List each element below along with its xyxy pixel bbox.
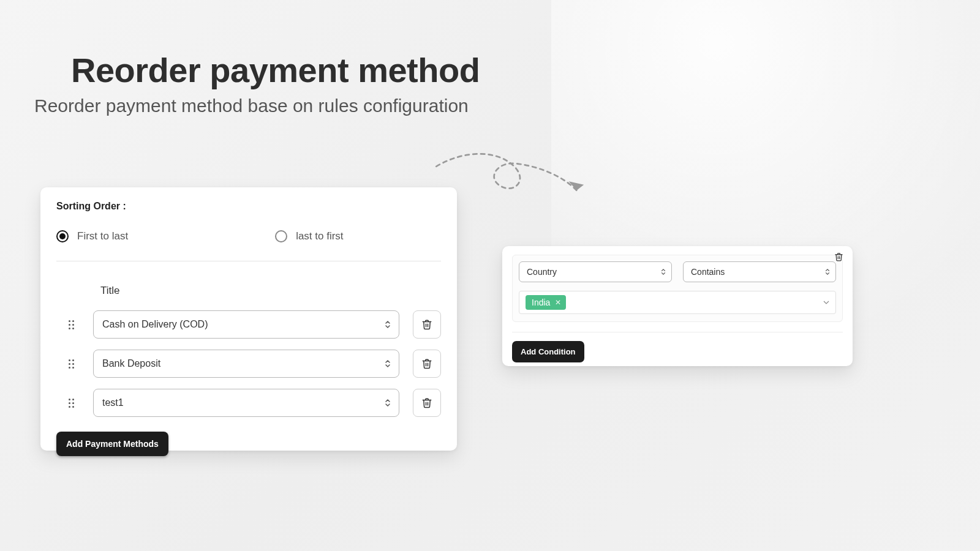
- condition-operator-select[interactable]: Contains: [683, 261, 836, 282]
- add-payment-methods-button[interactable]: Add Payment Methods: [56, 432, 168, 456]
- radio-icon: [56, 230, 69, 242]
- delete-method-button[interactable]: [413, 350, 441, 378]
- page-subtitle: Reorder payment method base on rules con…: [34, 96, 469, 116]
- divider: [512, 332, 843, 332]
- condition-field-select[interactable]: Country: [519, 261, 672, 282]
- radio-last-to-first[interactable]: last to first: [275, 230, 343, 242]
- sort-radio-group: First to last last to first: [56, 230, 441, 261]
- sorting-order-label: Sorting Order :: [56, 201, 441, 212]
- condition-box: Country Contains India ✕: [512, 255, 843, 322]
- tag-chip: India ✕: [526, 295, 566, 310]
- remove-tag-icon[interactable]: ✕: [555, 298, 561, 307]
- sorting-card: Sorting Order : First to last last to fi…: [40, 187, 457, 451]
- select-value: test1: [102, 397, 124, 408]
- condition-value-input[interactable]: India ✕: [519, 291, 836, 314]
- radio-label: First to last: [77, 230, 128, 242]
- trash-icon: [421, 319, 432, 330]
- drag-handle-icon[interactable]: [69, 320, 80, 329]
- delete-method-button[interactable]: [413, 310, 441, 339]
- chevron-updown-icon: [384, 359, 391, 369]
- trash-icon: [421, 358, 432, 369]
- title-column-header: Title: [100, 285, 441, 297]
- chevron-updown-icon: [384, 398, 391, 408]
- svg-marker-0: [569, 181, 584, 190]
- trash-icon: [421, 397, 432, 408]
- payment-method-select[interactable]: Cash on Delivery (COD): [93, 310, 399, 339]
- payment-method-select[interactable]: Bank Deposit: [93, 350, 399, 378]
- radio-first-to-last[interactable]: First to last: [56, 230, 128, 242]
- chevron-updown-icon: [824, 268, 831, 276]
- select-value: Contains: [691, 267, 725, 277]
- chevron-updown-icon: [660, 268, 666, 276]
- tag-label: India: [532, 298, 550, 307]
- payment-method-select[interactable]: test1: [93, 389, 399, 417]
- radio-icon: [275, 230, 287, 242]
- chevron-updown-icon: [384, 320, 391, 329]
- select-value: Country: [527, 267, 557, 277]
- condition-card: Country Contains India ✕ Add Condition: [502, 246, 853, 366]
- payment-method-row: test1: [56, 389, 441, 417]
- select-value: Cash on Delivery (COD): [102, 319, 208, 330]
- caret-down-icon: [823, 301, 829, 304]
- drag-handle-icon[interactable]: [69, 399, 80, 408]
- payment-method-row: Bank Deposit: [56, 350, 441, 378]
- drag-handle-icon[interactable]: [69, 359, 80, 369]
- radio-label: last to first: [296, 230, 343, 242]
- delete-method-button[interactable]: [413, 389, 441, 417]
- payment-method-row: Cash on Delivery (COD): [56, 310, 441, 339]
- page-title: Reorder payment method: [71, 50, 480, 90]
- select-value: Bank Deposit: [102, 358, 160, 369]
- add-condition-button[interactable]: Add Condition: [512, 341, 584, 362]
- trash-icon: [834, 252, 843, 261]
